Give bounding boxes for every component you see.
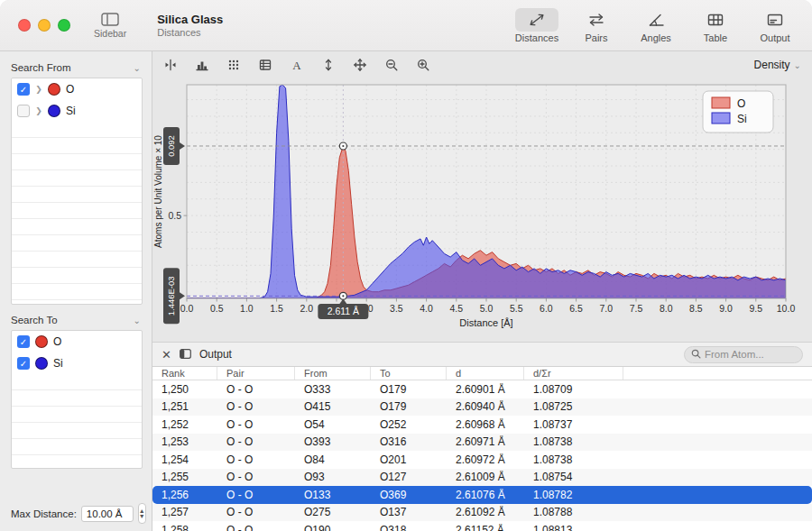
distance-histogram-chart[interactable]: 0.00.51.01.52.02.53.03.54.04.55.05.56.06… bbox=[152, 78, 812, 342]
search-from-label: Search From bbox=[11, 62, 70, 73]
table-row[interactable]: 1,250O - OO333O1792.60901 Å1.08709 bbox=[152, 380, 812, 398]
table-cell: O54 bbox=[295, 418, 371, 431]
table-cell: O133 bbox=[295, 489, 371, 501]
close-output-icon[interactable]: ✕ bbox=[161, 349, 171, 361]
table-row[interactable]: 1,254O - OO84O2012.60972 Å1.08738 bbox=[152, 451, 812, 469]
search-from-list: ✓❯O❯Si bbox=[11, 78, 143, 305]
table-cell: 2.60901 Å bbox=[447, 383, 524, 396]
table-cell: 1.08813 bbox=[524, 524, 623, 531]
table-row[interactable]: 1,251O - OO415O1792.60940 Å1.08725 bbox=[152, 398, 812, 417]
toolbar-button-output[interactable]: Output bbox=[747, 8, 803, 43]
atom-color-swatch bbox=[48, 83, 60, 96]
legend-swatch-o bbox=[712, 97, 730, 108]
table-row[interactable]: 1,258O - OO190O3182.61152 Å1.08813 bbox=[152, 521, 812, 531]
table-row[interactable]: 1,252O - OO54O2522.60968 Å1.08737 bbox=[152, 416, 812, 434]
table-cell: 1.08738 bbox=[524, 453, 623, 466]
zoom-window-icon[interactable] bbox=[58, 19, 70, 32]
toolbar-button-label: Output bbox=[760, 32, 789, 43]
minimize-window-icon[interactable] bbox=[38, 19, 51, 32]
font-icon[interactable]: A bbox=[288, 56, 306, 74]
table-rows-icon[interactable] bbox=[256, 56, 274, 74]
table-row[interactable]: 1,257O - OO275O1372.61092 Å1.08788 bbox=[152, 504, 812, 522]
table-cell: O252 bbox=[371, 418, 447, 431]
atom-list-item-o[interactable]: ✓O bbox=[12, 331, 142, 352]
from-atom-search-input[interactable]: From Atom... bbox=[684, 346, 803, 363]
column-header-pair[interactable]: Pair bbox=[217, 367, 295, 380]
x-tick-label: 7.5 bbox=[630, 303, 643, 314]
zoom-in-icon[interactable] bbox=[414, 56, 432, 74]
checkbox[interactable]: ✓ bbox=[17, 83, 30, 96]
sidebar: Search From ⌄ ✓❯O❯Si Search To ⌄ ✓O✓Si M… bbox=[0, 51, 152, 531]
panel-split-icon[interactable] bbox=[180, 346, 191, 362]
table-cell: 1,257 bbox=[152, 506, 217, 518]
table-cell: O275 bbox=[295, 506, 371, 518]
titlebar: Sidebar Silica Glass Distances Distances… bbox=[0, 0, 812, 51]
atom-list-item-o[interactable]: ✓❯O bbox=[12, 78, 142, 100]
toolbar-button-angles[interactable]: Angles bbox=[628, 8, 684, 43]
table-row[interactable]: 1,253O - OO393O3162.60971 Å1.08738 bbox=[152, 434, 812, 452]
search-to-header[interactable]: Search To ⌄ bbox=[11, 313, 143, 330]
column-header-to[interactable]: To bbox=[371, 367, 447, 380]
density-popup[interactable]: Density ⌄ bbox=[754, 59, 801, 71]
marker-handle-dot bbox=[342, 145, 344, 147]
table-cell: 1.08709 bbox=[524, 383, 623, 396]
table-cell: O127 bbox=[371, 471, 447, 483]
atom-list-item-si[interactable]: ✓Si bbox=[12, 352, 142, 374]
element-label: Si bbox=[66, 105, 76, 117]
bin-width-icon[interactable] bbox=[161, 56, 180, 74]
chart-toolbar: A Density ⌄ bbox=[152, 51, 812, 78]
disclosure-chevron-icon[interactable]: ❯ bbox=[35, 106, 42, 115]
column-header-rank[interactable]: Rank bbox=[152, 367, 217, 380]
x-tick-label: 1.5 bbox=[270, 303, 283, 314]
table-cell: 1.08782 bbox=[524, 489, 623, 501]
atom-list-item-si[interactable]: ❯Si bbox=[12, 100, 142, 122]
checkbox[interactable]: ✓ bbox=[17, 335, 30, 348]
toolbar-button-table[interactable]: Table bbox=[687, 8, 743, 43]
x-tick-label: 2.0 bbox=[300, 303, 313, 314]
x-tick-label: 6.5 bbox=[569, 303, 583, 314]
empty-list-row bbox=[12, 284, 142, 300]
checkbox[interactable]: ✓ bbox=[17, 357, 30, 370]
histogram-icon[interactable] bbox=[193, 56, 211, 74]
atom-color-swatch bbox=[35, 357, 48, 370]
table-cell: 1,258 bbox=[152, 524, 217, 531]
table-row[interactable]: 1,256O - OO133O3692.61076 Å1.08782 bbox=[152, 486, 812, 504]
table-row[interactable]: 1,255O - OO93O1272.61009 Å1.08754 bbox=[152, 469, 812, 487]
x-tick-label: 10.0 bbox=[777, 303, 796, 314]
disclosure-chevron-icon[interactable]: ❯ bbox=[35, 85, 42, 94]
zoom-out-icon[interactable] bbox=[383, 56, 401, 74]
chart-canvas[interactable]: 0.00.51.01.52.02.53.03.54.04.55.05.56.06… bbox=[152, 78, 811, 342]
sidebar-button-label: Sidebar bbox=[94, 28, 126, 39]
x-tick-label: 8.0 bbox=[660, 303, 673, 314]
close-window-icon[interactable] bbox=[18, 19, 31, 32]
output-panel-header: ✕ Output From Atom... bbox=[152, 342, 812, 367]
empty-list-row bbox=[12, 203, 142, 219]
x-tick-label: 4.5 bbox=[449, 303, 463, 314]
table-cell: 2.61009 Å bbox=[447, 471, 524, 483]
table-icon bbox=[694, 8, 737, 32]
distances-icon bbox=[515, 8, 558, 32]
column-header-from[interactable]: From bbox=[295, 367, 371, 380]
column-header-d[interactable]: d bbox=[447, 367, 524, 380]
x-tick-label: 1.0 bbox=[240, 303, 254, 314]
checkbox[interactable] bbox=[17, 105, 30, 117]
axis-marker-badge[interactable]: 0.092 bbox=[163, 127, 185, 165]
table-cell: O201 bbox=[371, 453, 447, 466]
search-from-header[interactable]: Search From ⌄ bbox=[11, 60, 143, 78]
table-cell: O415 bbox=[295, 400, 371, 413]
toggle-sidebar-button[interactable]: Sidebar bbox=[94, 13, 126, 39]
max-distance-field[interactable]: 10.00 Å bbox=[81, 506, 134, 522]
table-cell: 2.61152 Å bbox=[447, 524, 524, 531]
axis-marker-badge[interactable]: 1.446E-03 bbox=[163, 268, 185, 324]
max-distance-stepper[interactable]: ▲▼ bbox=[138, 503, 146, 524]
marker-x-tooltip: 2.611 Å bbox=[318, 299, 368, 320]
svg-text:A: A bbox=[292, 59, 301, 72]
legend-label: Si bbox=[737, 113, 747, 125]
vertical-scale-icon[interactable] bbox=[319, 56, 337, 74]
dot-grid-icon[interactable] bbox=[225, 56, 243, 74]
toolbar-button-distances[interactable]: Distances bbox=[509, 8, 565, 43]
table-cell: 1.08738 bbox=[524, 435, 623, 448]
column-header-dr[interactable]: d/Σr bbox=[524, 367, 623, 380]
toolbar-button-pairs[interactable]: Pairs bbox=[568, 8, 624, 43]
pan-icon[interactable] bbox=[351, 56, 369, 74]
